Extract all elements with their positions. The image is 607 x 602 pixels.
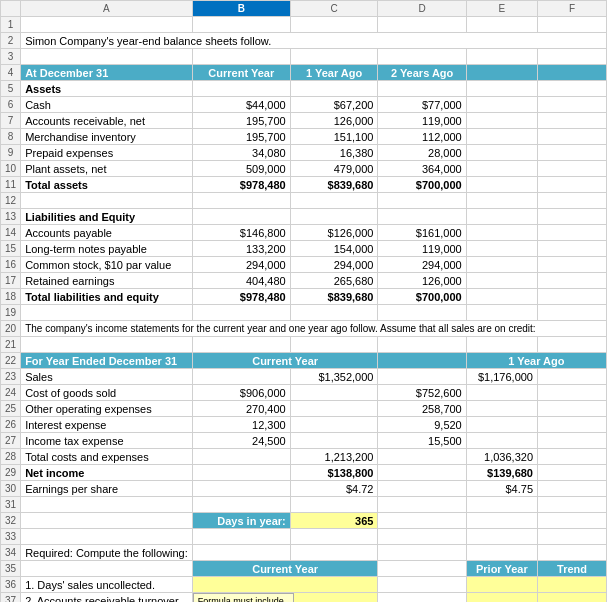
lt-notes-current: 133,200 [192,241,290,257]
table-row: 2 Simon Company's year-end balance sheet… [1,33,607,49]
ap-1yr: $126,000 [290,225,378,241]
col-header-d[interactable]: D [378,1,466,17]
intro-text: Simon Company's year-end balance sheets … [21,33,607,49]
retained-current: 404,480 [192,273,290,289]
table-row: 13 Liabilities and Equity [1,209,607,225]
days-sales-uncollected-prior-input[interactable] [466,577,537,593]
one-year-ago-label: 1 Year Ago [290,65,378,81]
lt-notes-label: Long-term notes payable [21,241,193,257]
ap-2yr: $161,000 [378,225,466,241]
eps-label: Earnings per share [21,481,193,497]
table-row: 14 Accounts payable $146,800 $126,000 $1… [1,225,607,241]
retained-1yr: 265,680 [290,273,378,289]
prepaid-current: 34,080 [192,145,290,161]
ar-tooltip: Formula must includethe AVERAGE function [193,593,294,602]
plant-current: 509,000 [192,161,290,177]
days-in-year-row: 32 Days in year: 365 [1,513,607,529]
ar-1yr: 126,000 [290,113,378,129]
plant-2yr: 364,000 [378,161,466,177]
col-header-f[interactable]: F [538,1,607,17]
inventory-1yr: 151,100 [290,129,378,145]
table-row: 30 Earnings per share $4.72 $4.75 [1,481,607,497]
table-row: 23 Sales $1,352,000 $1,176,000 [1,369,607,385]
sales-1yr: $1,176,000 [466,369,537,385]
retained-2yr: 126,000 [378,273,466,289]
income-current-year-label: Current Year [192,353,378,369]
total-assets-2yr: $700,000 [378,177,466,193]
total-assets-label: Total assets [21,177,193,193]
col-header-c[interactable]: C [290,1,378,17]
cash-current: $44,000 [192,97,290,113]
col-header-b[interactable]: B [192,1,290,17]
other-ops-1yr: 258,700 [378,401,466,417]
tax-1yr: 15,500 [378,433,466,449]
eps-current: $4.72 [290,481,378,497]
days-value[interactable]: 365 [290,513,378,529]
table-row: 19 [1,305,607,321]
common-stock-label: Common stock, $10 par value [21,257,193,273]
table-row: 36 1. Days' sales uncollected. [1,577,607,593]
net-income-label: Net income [21,465,193,481]
common-stock-current: 294,000 [192,257,290,273]
prepaid-2yr: 28,000 [378,145,466,161]
interest-label: Interest expense [21,417,193,433]
compute-prior-label: Prior Year [466,561,537,577]
table-row: 10 Plant assets, net 509,000 479,000 364… [1,161,607,177]
cash-2yr: $77,000 [378,97,466,113]
tax-label: Income tax expense [21,433,193,449]
ar-turnover-label: 2. Accounts receivable turnover [21,593,193,603]
plant-1yr: 479,000 [290,161,378,177]
total-costs-1yr: 1,036,320 [466,449,537,465]
tax-current: 24,500 [192,433,290,449]
common-stock-1yr: 294,000 [290,257,378,273]
other-ops-current: 270,400 [192,401,290,417]
days-sales-uncollected-current-input[interactable] [192,577,378,593]
table-row: 12 [1,193,607,209]
table-row: 34 Required: Compute the following: [1,545,607,561]
assets-label: Assets [21,81,193,97]
cogs-label: Cost of goods sold [21,385,193,401]
table-row: 27 Income tax expense 24,500 15,500 [1,433,607,449]
retained-earnings-label: Retained earnings [21,273,193,289]
interest-current: 12,300 [192,417,290,433]
table-row: 29 Net income $138,800 $139,680 [1,465,607,481]
table-row: 1 [1,17,607,33]
balance-sheet-header-row: 4 At December 31 Current Year 1 Year Ago… [1,65,607,81]
days-sales-uncollected-trend-input[interactable] [538,577,607,593]
spreadsheet: A B C D E F 1 2 Simon Company's year-end… [0,0,607,602]
ar-turnover-prior-input[interactable] [466,593,537,603]
total-liab-2yr: $700,000 [378,289,466,305]
net-income-current: $138,800 [290,465,378,481]
other-ops-label: Other operating expenses [21,401,193,417]
table-row: 11 Total assets $978,480 $839,680 $700,0… [1,177,607,193]
for-year-label: For Year Ended December 31 [21,353,193,369]
cash-label: Cash [21,97,193,113]
table-row: 7 Accounts receivable, net 195,700 126,0… [1,113,607,129]
sales-current: $1,352,000 [290,369,378,385]
prepaid-label: Prepaid expenses [21,145,193,161]
compute-current-label: Current Year [192,561,378,577]
col-header-e[interactable]: E [466,1,537,17]
ar-label: Accounts receivable, net [21,113,193,129]
total-costs-label: Total costs and expenses [21,449,193,465]
days-sales-uncollected-label: 1. Days' sales uncollected. [21,577,193,593]
table-row: 21 [1,337,607,353]
table-row: 33 [1,529,607,545]
ar-turnover-trend-input[interactable] [538,593,607,603]
table-row: 16 Common stock, $10 par value 294,000 2… [1,257,607,273]
table-row: 9 Prepaid expenses 34,080 16,380 28,000 [1,145,607,161]
compute-trend-label: Trend [538,561,607,577]
ap-current: $146,800 [192,225,290,241]
table-row: 5 Assets [1,81,607,97]
col-header-a[interactable]: A [21,1,193,17]
eps-1yr: $4.75 [466,481,537,497]
table-row: 15 Long-term notes payable 133,200 154,0… [1,241,607,257]
table-row: 17 Retained earnings 404,480 265,680 126… [1,273,607,289]
cash-1yr: $67,200 [290,97,378,113]
sales-label: Sales [21,369,193,385]
required-label: Required: Compute the following: [21,545,193,561]
prepaid-1yr: 16,380 [290,145,378,161]
ar-turnover-current-input[interactable]: Formula must includethe AVERAGE function [192,593,378,603]
table-row: 18 Total liabilities and equity $978,480… [1,289,607,305]
table-row: 3 [1,49,607,65]
